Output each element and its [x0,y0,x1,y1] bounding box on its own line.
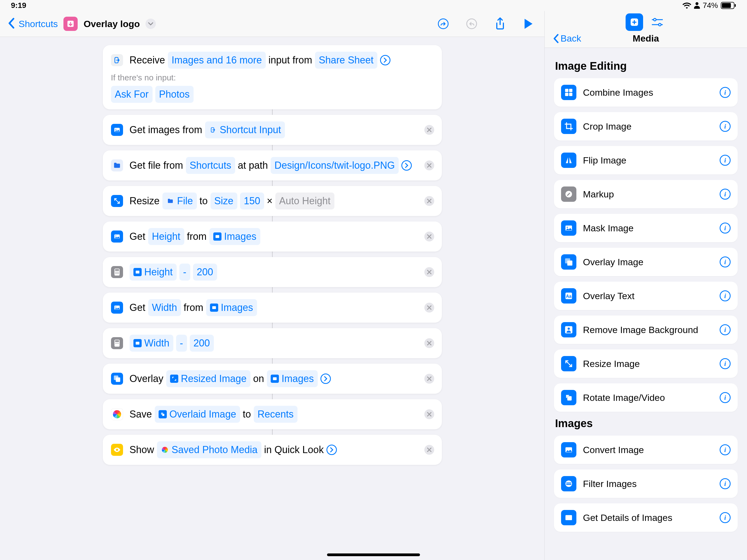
info-button[interactable]: i [720,478,730,489]
side-body[interactable]: Image Editing Combine Images i Crop Imag… [545,48,747,560]
editor-canvas[interactable]: Receive Images and 16 more input from Sh… [0,37,544,560]
disclosure-button[interactable] [327,444,337,455]
undo-button[interactable] [435,16,452,32]
action-item-remove-background[interactable]: Remove Image Background i [554,315,738,344]
delete-action-button[interactable] [424,160,434,170]
action-overlay[interactable]: Overlay Resized Image on Images [103,364,442,394]
delete-action-button[interactable] [424,374,434,384]
input-icon [111,54,123,66]
token-file[interactable]: File [162,193,197,209]
shortcut-title: Overlay logo [84,19,140,29]
side-back-button[interactable]: Back [553,33,581,44]
info-button[interactable]: i [720,256,730,268]
token-shortcuts-folder[interactable]: Shortcuts [186,157,235,174]
token-number[interactable]: 200 [190,335,214,352]
delete-action-button[interactable] [424,125,434,135]
token-height[interactable]: Height [148,228,184,245]
disclosure-button[interactable] [320,374,331,384]
token-overlaid-image[interactable]: Overlaid Image [155,406,240,423]
info-button[interactable]: i [720,444,730,455]
token-size[interactable]: Size [210,193,237,209]
home-indicator [327,554,420,556]
token-operator[interactable]: - [179,263,190,281]
info-button[interactable]: i [720,324,730,335]
token-input-types[interactable]: Images and 16 more [168,52,266,69]
info-button[interactable]: i [720,155,730,166]
svg-point-59 [565,480,572,487]
action-get-height[interactable]: Get Height from Images [103,222,442,252]
token-saved-media[interactable]: Saved Photo Media [157,441,261,458]
back-button[interactable] [8,18,15,30]
action-item-get-details[interactable]: Get Details of Images i [554,503,738,532]
redo-button[interactable] [463,16,480,32]
action-quick-look[interactable]: Show Saved Photo Media in Quick Look [103,435,442,465]
action-item-overlay-image[interactable]: Overlay Image i [554,248,738,276]
token-share-sheet[interactable]: Share Sheet [315,52,377,69]
action-text: at path [238,158,268,173]
settings-tab-button[interactable] [649,14,666,31]
token-photos[interactable]: Photos [155,86,194,103]
delete-action-button[interactable] [424,232,434,241]
action-receive[interactable]: Receive Images and 16 more input from Sh… [103,45,442,109]
token-images-var[interactable]: Images [206,299,257,316]
action-item-crop-image[interactable]: Crop Image i [554,112,738,141]
action-item-resize-image[interactable]: Resize Image i [554,350,738,378]
token-recents[interactable]: Recents [254,406,298,423]
action-save[interactable]: Save Overlaid Image to Recents [103,399,442,429]
token-file-path[interactable]: Design/Icons/twit-logo.PNG [271,157,398,174]
info-button[interactable]: i [720,290,730,301]
action-item-mask-image[interactable]: Mask Image i [554,214,738,242]
action-resize[interactable]: Resize File to Size 150 × Auto Height [103,186,442,216]
remove-bg-icon [561,322,576,337]
disclosure-button[interactable] [380,55,390,65]
token-resized-image[interactable]: Resized Image [166,370,251,387]
token-width-var[interactable]: Width [130,335,173,352]
user-icon [694,2,700,9]
delete-action-button[interactable] [424,338,434,348]
action-item-flip-image[interactable]: Flip Image i [554,146,738,175]
svg-rect-52 [567,261,572,266]
info-button[interactable]: i [720,189,730,200]
info-button[interactable]: i [720,392,730,403]
share-button[interactable] [492,16,508,32]
disclosure-button[interactable] [402,160,412,171]
delete-action-button[interactable] [424,196,434,206]
svg-rect-2 [735,4,736,7]
action-get-images[interactable]: Get images from Shortcut Input [103,115,442,145]
delete-action-button[interactable] [424,409,434,419]
title-menu-button[interactable] [146,19,156,29]
action-item-filter-images[interactable]: Filter Images i [554,469,738,498]
library-tab-button[interactable] [626,14,643,31]
action-item-overlay-text[interactable]: Aa Overlay Text i [554,282,738,310]
side-header: Back Media [545,11,747,48]
token-width[interactable]: Width [148,299,181,316]
action-item-combine-images[interactable]: Combine Images i [554,78,738,107]
info-button[interactable]: i [720,358,730,369]
token-shortcut-input[interactable]: Shortcut Input [205,121,285,138]
info-button[interactable]: i [720,223,730,233]
delete-action-button[interactable] [424,267,434,277]
token-number[interactable]: 200 [193,263,217,281]
action-item-rotate[interactable]: Rotate Image/Video i [554,383,738,412]
token-ask-for[interactable]: Ask For [111,86,153,103]
back-label[interactable]: Shortcuts [19,19,58,29]
action-calculate-height[interactable]: Height - 200 [103,257,442,287]
token-height-var[interactable]: Height [130,263,177,281]
action-calculate-width[interactable]: Width - 200 [103,328,442,358]
action-item-convert-image[interactable]: Convert Image i [554,436,738,464]
info-button[interactable]: i [720,87,730,98]
token-images-var[interactable]: Images [209,228,260,245]
token-images-var[interactable]: Images [267,370,318,387]
info-button[interactable]: i [720,121,730,132]
token-height-auto[interactable]: Auto Height [275,193,334,209]
run-button[interactable] [520,16,537,32]
action-item-markup[interactable]: Markup i [554,180,738,208]
info-button[interactable]: i [720,512,730,523]
delete-action-button[interactable] [424,445,434,455]
connector [272,323,273,328]
delete-action-button[interactable] [424,303,434,312]
token-operator[interactable]: - [176,335,187,352]
action-get-width[interactable]: Get Width from Images [103,292,442,323]
action-get-file[interactable]: Get file from Shortcuts at path Design/I… [103,150,442,180]
token-width-value[interactable]: 150 [240,193,264,209]
